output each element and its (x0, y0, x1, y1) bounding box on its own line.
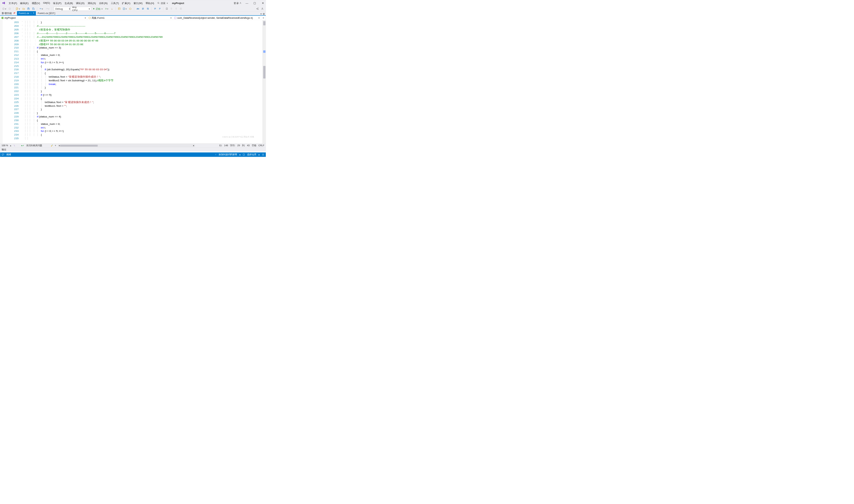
hscroll-thumb[interactable] (60, 145, 98, 147)
tab-new-features[interactable]: 新增功能 📌 (0, 11, 17, 15)
nav-member-combo[interactable]: com_DataReceived(object sender, SerialDa… (173, 16, 261, 20)
document-tabs: 新增功能 📌 Form1.cs ⟂ ✕ Form1.cs [设计] ▾ ✿ (0, 12, 266, 16)
open-button[interactable] (22, 7, 25, 10)
close-tab-icon[interactable]: ✕ (33, 12, 35, 14)
bell-icon[interactable] (262, 154, 264, 156)
svg-rect-14 (174, 17, 176, 19)
close-button[interactable]: ✕ (261, 1, 265, 5)
lines-icon (154, 8, 156, 10)
pin-icon[interactable]: ⟂ (31, 12, 32, 14)
package-button[interactable] (128, 7, 132, 10)
bookmark-clear-button[interactable] (179, 7, 182, 11)
indent-mode[interactable]: 空格 (252, 144, 256, 147)
menu-item[interactable]: Git(G) (41, 1, 51, 5)
bookmark-x-icon (180, 8, 182, 10)
repo-icon (243, 154, 245, 156)
bookmark-button[interactable] (165, 7, 168, 11)
nav-back-button[interactable]: ▾ (2, 7, 7, 11)
abc-button[interactable]: abc (136, 7, 140, 10)
circle-left-icon (2, 8, 4, 10)
indent-right-icon (147, 8, 149, 10)
menu-item[interactable]: 生成(B) (63, 1, 74, 5)
search-box[interactable]: 搜索 ▾ (157, 1, 168, 5)
breakpoint-margin[interactable] (0, 20, 2, 143)
feedback-button[interactable] (261, 7, 264, 10)
tab-form1-design[interactable]: Form1.cs [设计] (36, 11, 57, 15)
health-icon[interactable] (13, 145, 15, 147)
horizontal-scrollbar[interactable]: ◂ ▸ (58, 145, 195, 147)
save-button[interactable] (27, 7, 31, 10)
tabs-overflow-button[interactable]: ▾ (261, 12, 262, 15)
split-button[interactable] (261, 16, 266, 20)
vs-logo-icon (2, 2, 5, 5)
fold-margin[interactable]: ˅ ˅ ˅ ˅ ˅ ˅ (20, 20, 24, 143)
share-button[interactable] (256, 7, 260, 10)
nav-bar: C# myProject▾ 高频.Form1▾ com_DataReceived… (0, 16, 266, 20)
login-icon (240, 2, 242, 4)
bookmark-next-button[interactable] (174, 7, 178, 11)
hot-reload-button[interactable] (110, 7, 113, 11)
browse-button[interactable] (118, 7, 121, 10)
code-area[interactable]: ┊ ┊ ┊ }┊ ┊ //---------------------------… (29, 20, 263, 143)
login-link[interactable]: 登录 (234, 1, 242, 5)
add-scm-button[interactable]: 添加到源代码管理 (219, 153, 237, 156)
redo-button[interactable]: ▾ (45, 7, 50, 11)
zoom-level[interactable]: 108 % (2, 144, 8, 147)
platform-combo[interactable]: Any CPU▾ (71, 7, 91, 11)
editor-status-bar: 108 % ▴ ●✔ 未找到相关问题 ▾ ◂ ▸ 行: 148 字符: 29 列… (0, 144, 266, 148)
zoom-dropdown[interactable]: ▴ (10, 144, 11, 147)
comment-button[interactable] (153, 7, 157, 11)
tab-form1-cs[interactable]: Form1.cs ⟂ ✕ (17, 11, 36, 15)
bookmark-next-icon (175, 8, 177, 10)
pin-icon[interactable]: 📌 (13, 12, 15, 14)
line-value: 148 (224, 144, 228, 147)
bookmark-prev-button[interactable] (170, 7, 173, 11)
scroll-right-button[interactable]: ▸ (193, 145, 195, 147)
undo-button[interactable]: ▾ (39, 7, 44, 11)
new-project-button[interactable]: ▾ (15, 7, 20, 11)
page-button[interactable]: +▾ (122, 7, 127, 11)
menu-item[interactable]: 测试(S) (86, 1, 97, 5)
menu-item[interactable]: 窗口(W) (132, 1, 144, 5)
menu-item[interactable]: 工具(T) (109, 1, 120, 5)
maximize-button[interactable]: ▢ (252, 1, 257, 5)
brush-icon[interactable] (51, 145, 53, 147)
code-editor[interactable]: 2032042052062072082092102112122132142152… (0, 20, 266, 144)
start-no-debug-button[interactable]: ▾ (105, 7, 109, 11)
minimize-button[interactable]: — (244, 1, 249, 5)
svg-rect-5 (16, 8, 17, 10)
vertical-scrollbar[interactable] (263, 20, 266, 143)
fire-icon (111, 8, 113, 10)
svg-rect-7 (118, 8, 120, 10)
save-all-button[interactable] (32, 7, 35, 10)
svg-text:+: + (124, 8, 125, 10)
start-debug-button[interactable]: 启动▾ (92, 7, 104, 11)
menu-item[interactable]: 调试(D) (75, 1, 86, 5)
indent-right-button[interactable] (146, 7, 150, 10)
menu-item[interactable]: 视图(V) (30, 1, 41, 5)
status-bar: 就绪 ↑ 添加到源代码管理▴ 选择仓库▴ (0, 152, 266, 157)
issues-text[interactable]: 未找到相关问题 (26, 144, 42, 147)
menu-item[interactable]: 帮助(H) (144, 1, 156, 5)
uncomment-button[interactable] (158, 7, 161, 11)
menu-item[interactable]: 项目(P) (52, 1, 63, 5)
output-panel-header[interactable]: 输出 (0, 148, 266, 151)
menu-item[interactable]: 编辑(E) (19, 1, 30, 5)
nav-class-combo[interactable]: 高频.Form1▾ (87, 16, 173, 20)
chat-icon[interactable] (2, 154, 4, 156)
nav-fwd-button[interactable] (8, 7, 12, 11)
menu-item[interactable]: 扩展(X) (121, 1, 132, 5)
nav-project-combo[interactable]: C# myProject▾ (0, 16, 87, 20)
svg-rect-17 (243, 154, 245, 156)
col-value: 43 (247, 144, 250, 147)
indent-left-button[interactable] (141, 7, 145, 10)
scroll-marker (263, 50, 265, 53)
split-icon (263, 17, 265, 19)
menu-item[interactable]: 分析(N) (98, 1, 109, 5)
line-ending[interactable]: CRLF (259, 144, 265, 147)
select-repo-button[interactable]: 选择仓库 (247, 153, 256, 156)
config-combo[interactable]: Debug▾ (54, 7, 70, 11)
tabs-options-button[interactable]: ✿ (263, 12, 265, 15)
menu-item[interactable]: 文件(F) (7, 1, 18, 5)
scroll-thumb[interactable] (263, 66, 265, 78)
